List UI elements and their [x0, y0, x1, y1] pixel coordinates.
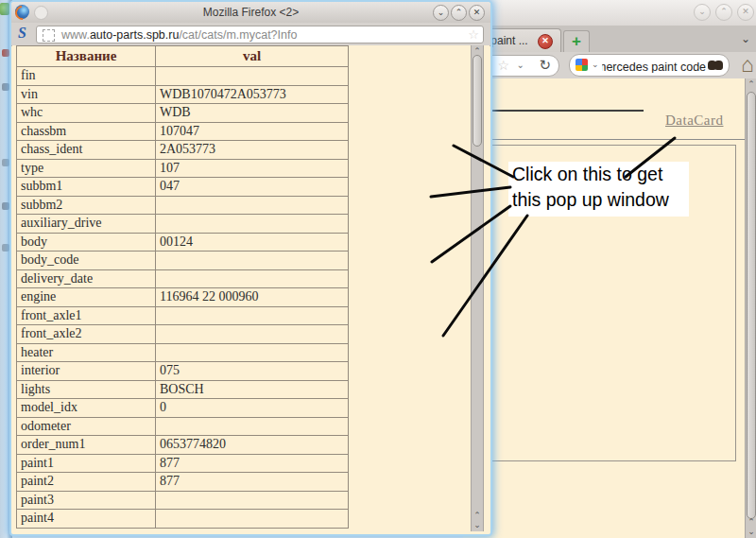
- scroll-up-icon[interactable]: ⌃: [472, 512, 483, 520]
- maximize-icon[interactable]: ⌃: [715, 4, 732, 21]
- strip-icon: [2, 49, 9, 57]
- url-prefix: www.: [61, 28, 90, 42]
- datacard-link[interactable]: DataCard: [665, 113, 723, 129]
- row-val-cell: BOSCH: [156, 380, 349, 399]
- row-name-cell: paint1: [17, 454, 156, 473]
- row-name-cell: interior: [17, 362, 156, 381]
- table-row: body_code: [17, 252, 349, 270]
- row-val-cell: [156, 343, 349, 362]
- url-text: www.auto-parts.spb.ru/cat/cats/m.mycat?I…: [61, 28, 297, 42]
- table-row: fin: [17, 67, 349, 86]
- row-name-cell: front_axle1: [17, 306, 156, 325]
- table-row: subbm2: [17, 196, 349, 215]
- close-icon[interactable]: ✕: [469, 5, 485, 21]
- row-val-cell: [156, 491, 349, 510]
- search-engine-chevron-icon[interactable]: ⌄: [592, 60, 599, 69]
- scroll-down-icon[interactable]: ⌄: [746, 528, 756, 536]
- bookmark-star-icon[interactable]: ☆: [497, 58, 509, 73]
- table-header-row: Название val: [17, 46, 349, 67]
- navigation-toolbar: ☆ ⌄ ↻ ⌄ mercedes paint code 877 ⌂: [463, 52, 756, 79]
- close-icon[interactable]: ✕: [737, 4, 754, 21]
- reload-icon[interactable]: ↻: [539, 57, 551, 74]
- table-row: paint1877: [17, 454, 349, 473]
- table-row: auxiliary_drive: [17, 215, 349, 234]
- row-name-cell: auxiliary_drive: [17, 215, 156, 234]
- table-row: vinWDB1070472A053773: [17, 85, 349, 104]
- table-row: heater: [17, 343, 349, 362]
- scroll-down-icon[interactable]: ⌄: [472, 521, 483, 529]
- table-row: lightsBOSCH: [17, 380, 349, 399]
- table-row: subbm1047: [17, 178, 349, 197]
- search-input[interactable]: mercedes paint code 877: [602, 58, 708, 73]
- minimize-icon[interactable]: ⌄: [694, 4, 711, 21]
- row-name-cell: model_idx: [17, 399, 156, 418]
- row-val-cell: 116964 22 000960: [156, 288, 349, 307]
- row-name-cell: front_axle2: [17, 325, 156, 344]
- col-header-val: val: [156, 46, 349, 67]
- popup-scrollbar[interactable]: ⌃ ⌃ ⌄: [471, 45, 484, 531]
- url-dropdown-chevron-icon[interactable]: ⌄: [517, 60, 524, 70]
- row-val-cell: [156, 196, 349, 215]
- row-name-cell: body_code: [17, 252, 156, 270]
- tab-close-icon[interactable]: ✕: [538, 34, 553, 49]
- row-val-cell: [156, 510, 349, 529]
- row-val-cell: [156, 67, 349, 86]
- row-val-cell: 00124: [156, 233, 349, 252]
- home-icon[interactable]: ⌂: [741, 52, 754, 77]
- background-firefox-window: ⌄ ⌃ ✕ ck paint ... ✕ + ⌄ ☆ ⌄ ↻ ⌄: [463, 0, 756, 538]
- row-val-cell: [156, 306, 349, 325]
- google-search-engine-icon[interactable]: [576, 59, 588, 71]
- row-val-cell: 075: [156, 362, 349, 381]
- row-name-cell: body: [17, 233, 156, 252]
- row-name-cell: odometer: [17, 417, 156, 436]
- favicon-placeholder-icon: [43, 29, 55, 42]
- row-val-cell: WDB1070472A053773: [156, 85, 349, 104]
- table-row: delivery_date: [17, 269, 349, 288]
- row-val-cell: [156, 215, 349, 234]
- url-input[interactable]: www.auto-parts.spb.ru/cat/cats/m.mycat?I…: [36, 26, 484, 43]
- find-binoculars-icon[interactable]: [708, 61, 723, 70]
- row-val-cell: 877: [156, 454, 349, 473]
- row-val-cell: 107: [156, 159, 349, 178]
- popup-titlebar[interactable]: Mozilla Firefox <2> ⌄ ⌃ ✕: [11, 2, 490, 24]
- tab-list-chevron-icon[interactable]: ⌄: [741, 32, 750, 45]
- site-s-icon: S: [18, 25, 26, 42]
- row-name-cell: whc: [17, 104, 156, 123]
- tab-bar: ck paint ... ✕ + ⌄: [463, 26, 756, 53]
- row-val-cell: [156, 269, 349, 288]
- table-row: front_axle1: [17, 306, 349, 325]
- table-row: order_num10653774820: [17, 436, 349, 455]
- popup-window: Mozilla Firefox <2> ⌄ ⌃ ✕ S www.auto-par…: [9, 0, 492, 536]
- row-name-cell: subbm2: [17, 196, 156, 215]
- scrollbar-thumb[interactable]: [747, 92, 756, 519]
- popup-toolbar: S www.auto-parts.spb.ru/cat/cats/m.mycat…: [11, 23, 490, 46]
- search-box[interactable]: ⌄ mercedes paint code 877: [569, 54, 730, 77]
- row-val-cell: [156, 417, 349, 436]
- search-input-value: mercedes paint code 877: [602, 61, 708, 73]
- maximize-icon[interactable]: ⌃: [451, 5, 467, 21]
- new-tab-button[interactable]: +: [563, 30, 590, 53]
- table-row: model_idx0: [17, 399, 349, 418]
- minimize-icon[interactable]: ⌄: [433, 5, 449, 21]
- row-name-cell: paint4: [17, 510, 156, 529]
- popup-page-content: Название val finvinWDB1070472A053773whcW…: [12, 45, 490, 533]
- table-row: front_axle2: [17, 325, 349, 344]
- bookmark-star-icon[interactable]: ☆: [468, 27, 479, 42]
- row-name-cell: vin: [17, 85, 156, 104]
- scroll-up-icon[interactable]: ⌃: [746, 518, 756, 527]
- table-row: type107: [17, 159, 349, 178]
- row-name-cell: chassbm: [17, 122, 156, 141]
- strip-icon: [2, 83, 9, 91]
- row-val-cell: [156, 252, 349, 270]
- row-name-cell: fin: [17, 67, 156, 86]
- strip-icon: [2, 159, 9, 166]
- scrollbar-thumb[interactable]: [472, 55, 482, 147]
- scroll-up-icon[interactable]: ⌃: [746, 80, 756, 89]
- annotation-text-line1: Click on this to get: [508, 162, 689, 187]
- annotation-callout: Click on this to get this pop up window: [508, 162, 689, 217]
- background-titlebar: ⌄ ⌃ ✕: [463, 0, 756, 26]
- background-scrollbar[interactable]: ⌃ ⌃ ⌄: [745, 78, 756, 538]
- row-name-cell: type: [17, 159, 156, 178]
- table-row: paint2877: [17, 473, 349, 492]
- background-page-content: DataCard ⌃ ⌃ ⌄: [463, 78, 756, 538]
